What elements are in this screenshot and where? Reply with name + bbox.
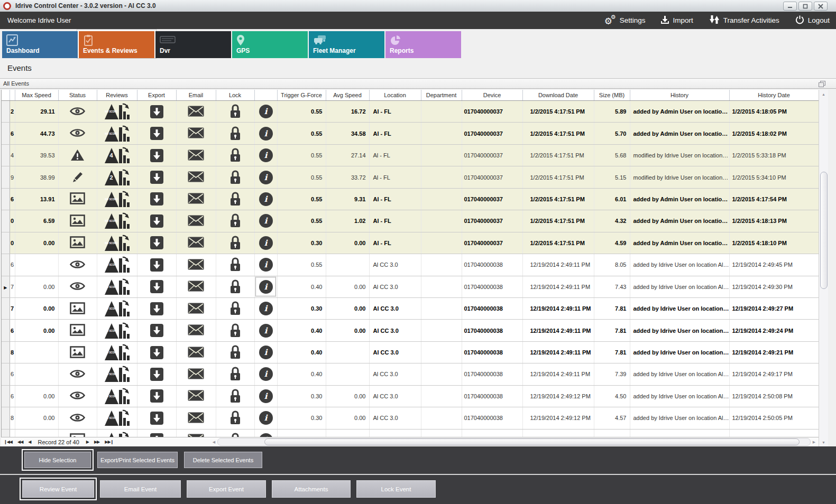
cell-lock[interactable] [216,297,254,319]
table-row[interactable]: ▶ 6 13.91 NO SCORE i 0.5 [2,188,819,210]
horizontal-scroll-thumb[interactable] [264,438,800,445]
cell-lock[interactable] [216,341,254,363]
cell-export[interactable] [137,297,176,319]
cell-email[interactable] [176,320,216,341]
cell-lock[interactable] [216,407,254,429]
cell-email[interactable] [176,363,216,385]
attachments-button[interactable]: Attachments [272,480,351,498]
cell-info[interactable]: i [254,276,277,297]
cell-info[interactable]: i [254,297,277,319]
export-print-selected-button[interactable]: Export/Print Selected Events [97,452,178,468]
cell-info[interactable]: i [254,254,277,276]
table-row[interactable]: ▶ 6 NO SCORE i 0.55 [2,254,819,276]
cell-export[interactable] [137,101,176,123]
minimize-button[interactable] [783,2,797,11]
cell-lock[interactable] [216,254,254,276]
table-row[interactable]: ▶ 0 0.00 NO SCORE i 0.30 [2,232,819,254]
horizontal-scroll-track[interactable] [217,438,811,446]
cell-email[interactable] [176,188,216,210]
first-record-button[interactable]: ◀◀ [4,440,12,444]
lock-event-button[interactable]: Lock Event [356,480,436,498]
cell-reviews[interactable]: NO SCORE [97,320,137,341]
col-header-trigger-gforce[interactable]: Trigger G-Force [277,90,326,101]
cell-info[interactable]: i [254,407,277,429]
cell-lock[interactable] [216,123,254,144]
cell-lock[interactable] [216,232,254,254]
prev-page-button[interactable]: ◀◀ [17,440,23,444]
scroll-up-arrow[interactable]: ▲ [819,90,828,98]
cell-info[interactable]: i [254,166,277,188]
cell-reviews[interactable]: NO SCORE [97,297,137,319]
cell-lock[interactable] [216,429,254,437]
cell-lock[interactable] [216,320,254,341]
cell-export[interactable] [137,385,176,407]
col-header-department[interactable]: Department [421,90,462,101]
tab-events-reviews[interactable]: Events & Reviews [79,31,154,58]
tab-gps[interactable]: GPS [232,31,308,58]
panel-restore-icon[interactable] [815,81,822,87]
logout-button[interactable]: Logout [795,15,830,26]
col-header-history-date[interactable]: History Date [729,90,819,101]
cell-export[interactable] [137,407,176,429]
col-header-history[interactable]: History [630,90,729,101]
cell-lock[interactable] [216,210,254,232]
table-row[interactable]: ▶ 6 0.00 NO SCORE i 0.40 [2,320,819,341]
import-button[interactable]: Import [661,15,693,25]
col-header-status[interactable]: Status [58,90,97,101]
tab-fleet-manager[interactable]: Fleet Manager [309,31,384,58]
col-header-max-speed[interactable]: Max Speed [15,90,58,101]
cell-export[interactable] [137,429,176,437]
cell-reviews[interactable]: NO SCORE [97,385,137,407]
cell-info[interactable]: i [254,144,277,166]
next-record-button[interactable]: ▶ [86,440,89,444]
scroll-left-arrow[interactable]: ◀ [210,438,217,445]
close-button[interactable] [814,2,828,11]
cell-info[interactable]: i [254,101,277,123]
cell-reviews[interactable]: NO SCORE [97,188,137,210]
table-row[interactable]: ▶ 2 29.11 NO SCORE i 0.5 [2,101,819,123]
cell-email[interactable] [176,341,216,363]
cell-reviews[interactable]: NO SCORE [97,101,137,123]
cell-info[interactable]: i [254,232,277,254]
cell-email[interactable] [176,166,216,188]
cell-lock[interactable] [216,144,254,166]
table-row[interactable]: ▶ 8 NO SCORE i 0.40 [2,341,819,363]
scroll-right-arrow[interactable]: ▶ [811,438,817,445]
vertical-scroll-thumb[interactable] [820,172,828,289]
cell-info[interactable]: i [254,429,277,437]
cell-info[interactable]: i [254,363,277,385]
cell-reviews[interactable]: NO SCORE [97,341,137,363]
table-row[interactable]: ▶ 7 0.00 NO SCORE i 0.40 [2,276,819,297]
cell-email[interactable] [176,144,216,166]
cell-lock[interactable] [216,101,254,123]
tab-reports[interactable]: Reports [385,31,461,58]
cell-info[interactable]: i [254,188,277,210]
cell-info[interactable]: i [254,341,277,363]
col-header-size-mb[interactable]: Size (MB) [594,90,630,101]
cell-lock[interactable] [216,188,254,210]
cell-email[interactable] [176,232,216,254]
transfer-activities-button[interactable]: Transfer Activities [709,15,779,26]
col-header-download-date[interactable]: Download Date [522,90,594,101]
table-row[interactable]: ▶ 9 38.99 2 i 0.55 3 [2,166,819,188]
cell-reviews[interactable]: NO SCORE [97,210,137,232]
hide-selection-button[interactable]: Hide Selection [24,452,91,468]
cell-reviews[interactable]: 2 [97,166,137,188]
table-row[interactable]: ▶ 6 0.00 NO SCORE i 0.30 [2,385,819,407]
cell-export[interactable] [137,123,176,144]
tab-dvr[interactable]: Dvr [155,31,231,58]
cell-email[interactable] [176,429,216,437]
review-event-button[interactable]: Review Event [22,480,94,498]
col-header-reviews[interactable]: Reviews [97,90,137,101]
cell-info[interactable]: i [254,210,277,232]
col-header-lock[interactable]: Lock [216,90,254,101]
col-header-location[interactable]: Location [369,90,421,101]
settings-button[interactable]: ⚙⚙ Settings [604,15,646,26]
email-event-button[interactable]: Email Event [100,480,181,498]
cell-export[interactable] [137,254,176,276]
cell-lock[interactable] [216,166,254,188]
cell-export[interactable] [137,232,176,254]
cell-email[interactable] [176,407,216,429]
cell-export[interactable] [137,210,176,232]
cell-reviews[interactable]: NO SCORE [97,276,137,297]
